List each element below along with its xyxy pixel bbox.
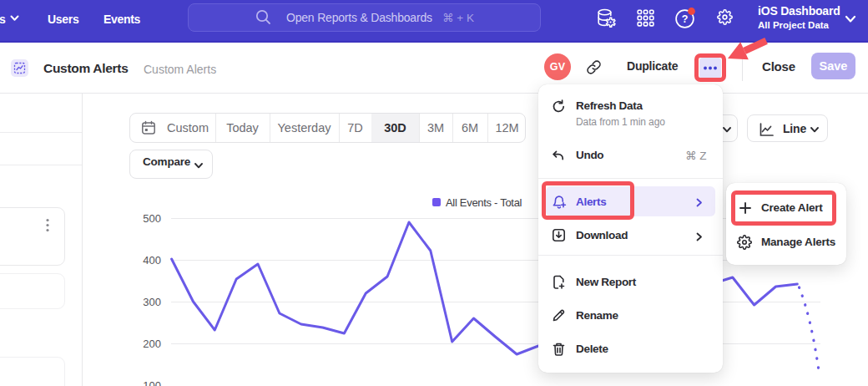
svg-text:?: ? <box>682 13 689 25</box>
